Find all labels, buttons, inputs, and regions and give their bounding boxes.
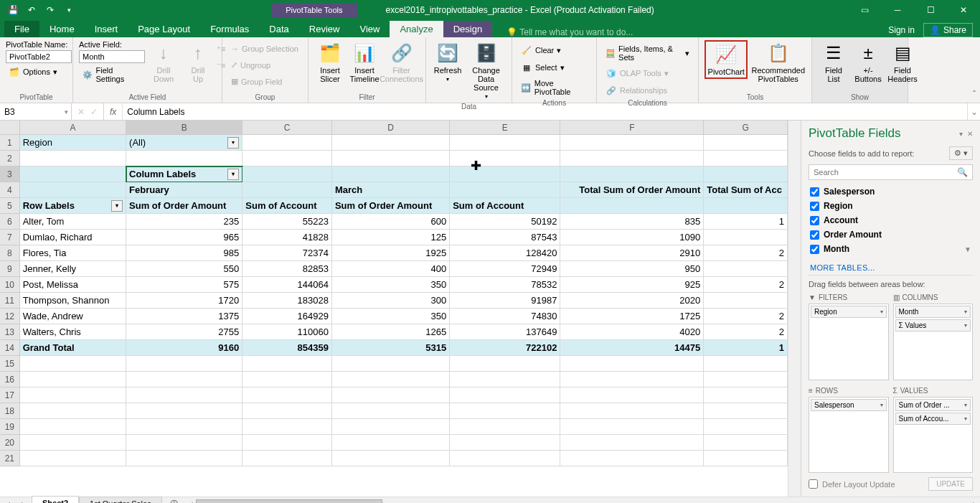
cell[interactable]: 144064 <box>242 277 332 293</box>
cell[interactable]: Alter, Tom <box>20 214 126 230</box>
cell[interactable]: 72949 <box>450 261 560 277</box>
cell[interactable] <box>242 387 332 403</box>
minimize-icon[interactable]: ─ <box>881 0 914 20</box>
expand-formula-icon[interactable]: ⌄ <box>967 103 980 120</box>
tab-formulas[interactable]: Formulas <box>200 21 259 37</box>
spreadsheet-grid[interactable]: A B C D E F G 1Region(All)▾23Column Labe… <box>0 121 788 497</box>
field-item[interactable]: Order Amount <box>809 227 973 242</box>
field-checkbox[interactable] <box>810 245 819 254</box>
field-item[interactable]: Month▼ <box>809 242 973 256</box>
cell[interactable] <box>560 166 704 182</box>
cell[interactable]: Post, Melissa <box>20 277 126 293</box>
cell[interactable] <box>126 451 242 466</box>
cell[interactable] <box>704 230 788 245</box>
cell[interactable]: 74830 <box>450 309 560 324</box>
cell[interactable]: 72374 <box>242 245 332 261</box>
cell[interactable]: March <box>332 182 450 198</box>
cell[interactable] <box>242 403 332 419</box>
cell[interactable]: Flores, Tia <box>20 245 126 261</box>
more-tables-link[interactable]: MORE TABLES... <box>809 260 973 275</box>
change-data-source-button[interactable]: 🗄️Change Data Source▾ <box>466 40 506 101</box>
cell[interactable]: 41828 <box>242 230 332 245</box>
cell[interactable] <box>450 403 560 419</box>
row-header[interactable]: 11 <box>0 293 20 309</box>
cell[interactable]: February <box>126 182 242 198</box>
collapse-ribbon-icon[interactable]: ˆ <box>973 90 976 100</box>
tab-file[interactable]: File <box>4 21 39 37</box>
cell[interactable]: 87543 <box>450 230 560 245</box>
field-checkbox[interactable] <box>810 216 819 225</box>
cell[interactable] <box>560 198 704 214</box>
filter-dropdown-icon[interactable]: ▾ <box>111 200 123 212</box>
cell[interactable] <box>704 451 788 466</box>
cell[interactable]: 128420 <box>450 245 560 261</box>
cell[interactable] <box>20 387 126 403</box>
filter-chip-region[interactable]: Region <box>811 306 887 318</box>
row-header[interactable]: 7 <box>0 230 20 245</box>
cell[interactable] <box>242 419 332 435</box>
field-item[interactable]: Salesperson <box>809 184 973 199</box>
cell[interactable]: 1 <box>704 340 788 356</box>
row-header[interactable]: 4 <box>0 182 20 198</box>
cell[interactable]: Thompson, Shannon <box>20 293 126 309</box>
filters-drop-area[interactable]: Region <box>809 304 889 380</box>
cell[interactable] <box>560 419 704 435</box>
cell[interactable] <box>332 435 450 451</box>
cell[interactable] <box>560 151 704 166</box>
cell[interactable]: 14475 <box>560 340 704 356</box>
tab-page-layout[interactable]: Page Layout <box>128 21 200 37</box>
cell[interactable] <box>450 419 560 435</box>
cell[interactable] <box>450 151 560 166</box>
cell[interactable] <box>704 293 788 309</box>
cell[interactable] <box>332 135 450 151</box>
save-icon[interactable]: 💾 <box>4 1 22 19</box>
cell[interactable] <box>560 435 704 451</box>
cell[interactable]: 2755 <box>126 324 242 340</box>
row-header[interactable]: 20 <box>0 435 20 451</box>
cell[interactable] <box>20 182 126 198</box>
row-header[interactable]: 9 <box>0 261 20 277</box>
field-checkbox[interactable] <box>810 202 819 211</box>
col-header-d[interactable]: D <box>332 121 450 134</box>
cell[interactable] <box>126 356 242 372</box>
cell[interactable]: Jenner, Kelly <box>20 261 126 277</box>
cell[interactable]: 854359 <box>242 340 332 356</box>
tab-review[interactable]: Review <box>299 21 350 37</box>
fx-icon[interactable]: fx <box>104 103 123 120</box>
cell[interactable] <box>560 356 704 372</box>
cell[interactable]: 2 <box>704 245 788 261</box>
cell[interactable]: 925 <box>560 277 704 293</box>
cell[interactable] <box>450 372 560 387</box>
cell[interactable]: 2910 <box>560 245 704 261</box>
add-sheet-button[interactable]: ⊕ <box>162 497 186 503</box>
cell[interactable] <box>242 135 332 151</box>
cell[interactable]: Dumlao, Richard <box>20 230 126 245</box>
columns-drop-area[interactable]: Month Σ Values <box>893 304 974 380</box>
cell[interactable] <box>332 356 450 372</box>
cell[interactable]: 4020 <box>560 324 704 340</box>
tab-home[interactable]: Home <box>39 21 85 37</box>
cell[interactable] <box>242 435 332 451</box>
cell[interactable]: Total Sum of Order Amount <box>560 182 704 198</box>
cell[interactable] <box>20 166 126 182</box>
cell[interactable]: 125 <box>332 230 450 245</box>
row-header[interactable]: 2 <box>0 151 20 166</box>
row-header[interactable]: 3 <box>0 166 20 182</box>
row-chip-salesperson[interactable]: Salesperson <box>811 399 887 411</box>
close-icon[interactable]: ✕ <box>947 0 980 20</box>
cell[interactable]: 9160 <box>126 340 242 356</box>
cell[interactable]: 965 <box>126 230 242 245</box>
cell[interactable] <box>20 356 126 372</box>
cell[interactable]: Region <box>20 135 126 151</box>
cell[interactable] <box>242 372 332 387</box>
row-header[interactable]: 12 <box>0 309 20 324</box>
defer-update-checkbox[interactable] <box>809 479 818 489</box>
cell[interactable]: 1725 <box>560 309 704 324</box>
cell[interactable] <box>450 387 560 403</box>
cell[interactable] <box>704 419 788 435</box>
cell[interactable] <box>242 356 332 372</box>
cell[interactable]: 350 <box>332 309 450 324</box>
recommended-pt-button[interactable]: 📋Recommended PivotTables <box>750 40 806 85</box>
ribbon-options-icon[interactable]: ▭ <box>848 0 881 20</box>
row-header[interactable]: 1 <box>0 135 20 151</box>
